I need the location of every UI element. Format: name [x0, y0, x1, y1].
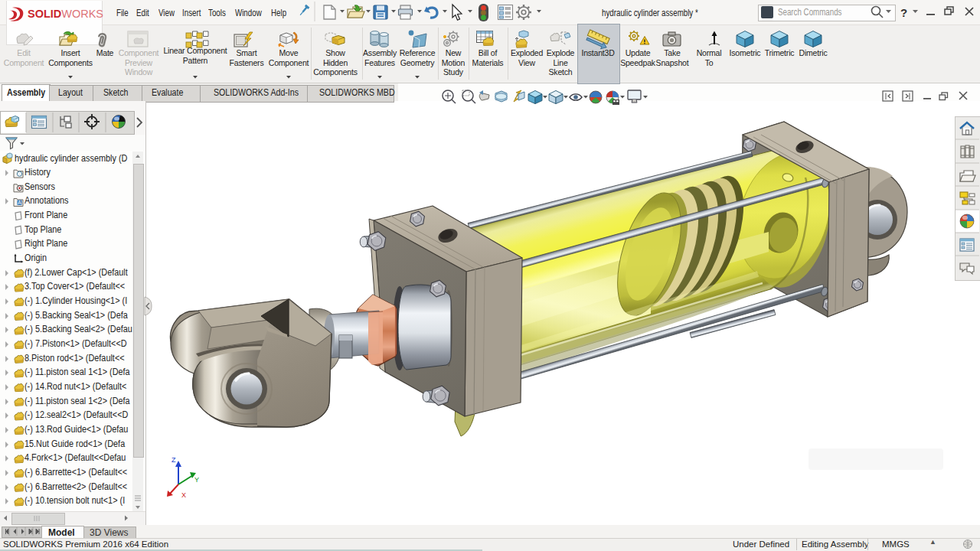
svg-text:Y: Y — [194, 476, 199, 484]
svg-text:Z: Z — [172, 456, 176, 464]
svg-text:X: X — [181, 491, 186, 499]
